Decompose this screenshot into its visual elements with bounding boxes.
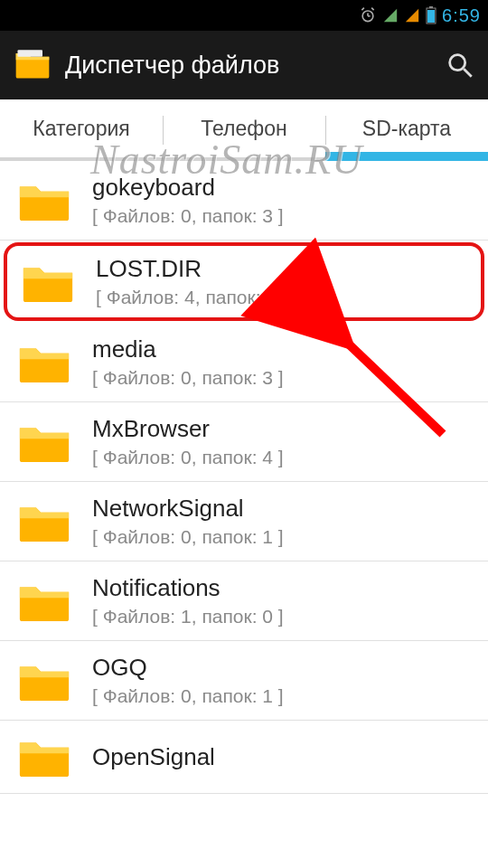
- alarm-icon: [359, 6, 377, 24]
- svg-line-3: [361, 8, 364, 10]
- folder-item[interactable]: NetworkSignal[ Файлов: 0, папок: 1 ]: [0, 482, 488, 561]
- folder-text: NetworkSignal[ Файлов: 0, папок: 1 ]: [92, 495, 284, 548]
- folder-meta: [ Файлов: 0, папок: 3 ]: [92, 205, 284, 227]
- tab-label: Категория: [33, 117, 130, 141]
- folder-name: media: [92, 335, 284, 363]
- folder-icon: [20, 259, 76, 306]
- folder-meta: [ Файлов: 1, папок: 0 ]: [92, 606, 284, 627]
- folder-name: NetworkSignal: [92, 495, 284, 523]
- folder-icon: [16, 339, 72, 386]
- folder-text: Notifications[ Файлов: 1, папок: 0 ]: [92, 574, 284, 627]
- folder-name: OpenSignal: [92, 743, 215, 771]
- app-icon: [13, 43, 52, 87]
- folder-name: Notifications: [92, 574, 284, 602]
- folder-text: OpenSignal: [92, 743, 215, 771]
- battery-icon: [426, 6, 436, 24]
- signal-sim2-icon: [404, 7, 420, 24]
- svg-line-10: [464, 69, 472, 77]
- folder-item[interactable]: OGQ[ Файлов: 0, папок: 1 ]: [0, 641, 488, 721]
- app-title: Диспетчер файлов: [65, 52, 432, 80]
- signal-sim1-icon: [382, 7, 399, 24]
- folder-list: gokeyboard[ Файлов: 0, папок: 3 ] LOST.D…: [0, 161, 488, 794]
- folder-meta: [ Файлов: 0, папок: 3 ]: [92, 367, 284, 389]
- svg-rect-8: [18, 50, 43, 56]
- folder-text: media[ Файлов: 0, папок: 3 ]: [92, 335, 284, 389]
- folder-text: gokeyboard[ Файлов: 0, папок: 3 ]: [92, 174, 284, 227]
- svg-rect-7: [427, 10, 435, 23]
- folder-name: OGQ: [92, 654, 284, 682]
- svg-line-4: [371, 8, 374, 10]
- folder-text: LOST.DIR[ Файлов: 4, папок: 4 ]: [96, 255, 287, 308]
- tab-sdcard[interactable]: SD-карта: [325, 99, 488, 157]
- folder-item[interactable]: OpenSignal: [0, 721, 488, 794]
- folder-icon: [16, 498, 72, 545]
- svg-rect-6: [429, 6, 433, 8]
- status-bar: 6:59: [0, 0, 488, 31]
- app-header: Диспетчер файлов: [0, 31, 488, 99]
- folder-name: LOST.DIR: [96, 255, 287, 283]
- tab-label: Телефон: [201, 117, 286, 141]
- svg-point-9: [450, 55, 465, 71]
- folder-meta: [ Файлов: 0, папок: 4 ]: [92, 447, 284, 468]
- folder-name: gokeyboard: [92, 174, 284, 202]
- folder-icon: [16, 419, 72, 466]
- folder-item[interactable]: MxBrowser[ Файлов: 0, папок: 4 ]: [0, 402, 488, 482]
- folder-meta: [ Файлов: 0, папок: 1 ]: [92, 685, 284, 707]
- tab-category[interactable]: Категория: [0, 99, 163, 157]
- tab-label: SD-карта: [362, 117, 451, 141]
- folder-meta: [ Файлов: 4, папок: 4 ]: [96, 287, 287, 308]
- folder-item[interactable]: media[ Файлов: 0, папок: 3 ]: [0, 323, 488, 402]
- folder-icon: [16, 733, 72, 780]
- tab-indicator: [325, 152, 488, 161]
- folder-item[interactable]: gokeyboard[ Файлов: 0, папок: 3 ]: [0, 161, 488, 241]
- tab-phone[interactable]: Телефон: [163, 99, 325, 157]
- folder-icon: [16, 177, 72, 224]
- folder-item[interactable]: Notifications[ Файлов: 1, папок: 0 ]: [0, 561, 488, 641]
- search-icon[interactable]: [445, 50, 475, 80]
- folder-item[interactable]: LOST.DIR[ Файлов: 4, папок: 4 ]: [4, 242, 484, 321]
- tabs: Категория Телефон SD-карта: [0, 99, 488, 161]
- folder-text: OGQ[ Файлов: 0, папок: 1 ]: [92, 654, 284, 707]
- folder-icon: [16, 578, 72, 625]
- folder-text: MxBrowser[ Файлов: 0, папок: 4 ]: [92, 415, 284, 468]
- folder-icon: [16, 657, 72, 704]
- folder-name: MxBrowser: [92, 415, 284, 443]
- clock-time: 6:59: [442, 5, 481, 26]
- folder-meta: [ Файлов: 0, папок: 1 ]: [92, 526, 284, 548]
